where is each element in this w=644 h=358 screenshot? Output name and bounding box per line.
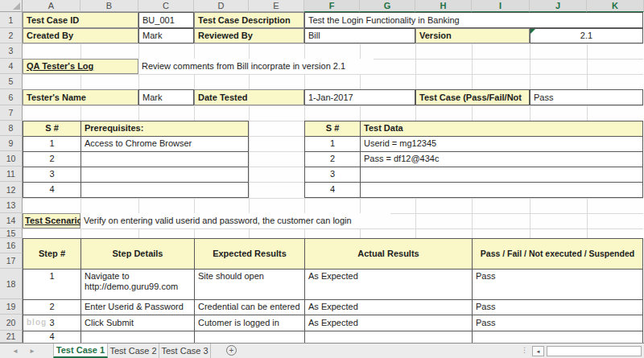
label-test-case-id[interactable]: Test Case ID xyxy=(23,12,138,28)
step-row-num[interactable]: 4 xyxy=(23,331,81,344)
step-row-details[interactable]: Navigate to http://demo.guru99.com xyxy=(81,270,195,300)
test-data-title[interactable]: Test Data xyxy=(361,121,643,137)
steps-header-actual-results[interactable]: Actual Results xyxy=(305,239,473,270)
sheet-tab-test-case-3[interactable]: Test Case 3 xyxy=(159,344,211,358)
prerequisite-row-text[interactable] xyxy=(81,167,249,183)
step-row-expected[interactable]: Cutomer is logged in xyxy=(195,315,305,331)
row-header-5[interactable]: 5 xyxy=(0,74,23,89)
label-test-case-description[interactable]: Test Case Description xyxy=(194,12,304,28)
label-test-case-status[interactable]: Test Case (Pass/Fail/Not xyxy=(415,89,530,105)
value-version[interactable]: 2.1 xyxy=(530,28,643,43)
column-header-b[interactable]: B xyxy=(80,0,138,12)
row-header-6[interactable]: 6 xyxy=(0,89,23,105)
label-test-scenario[interactable]: Test Scenario xyxy=(23,213,80,228)
value-reviewed-by[interactable]: Bill xyxy=(304,28,415,43)
step-row-actual[interactable]: As Expected xyxy=(305,315,473,331)
step-row-actual[interactable] xyxy=(305,331,473,344)
row-header-11[interactable]: 11 xyxy=(0,167,23,182)
test-data-row-text[interactable] xyxy=(361,183,643,198)
column-header-a[interactable]: A xyxy=(23,0,80,12)
row-header-15[interactable]: 15 xyxy=(0,228,23,238)
grip-dots-icon[interactable]: ⋮ xyxy=(521,347,528,354)
scroll-left-icon[interactable]: ◄ xyxy=(532,346,544,356)
column-header-k[interactable]: K xyxy=(587,0,644,12)
step-row-details[interactable]: Enter Userid & Password xyxy=(81,300,195,315)
column-header-i[interactable]: I xyxy=(472,0,530,12)
test-data-row-sn[interactable]: 4 xyxy=(305,183,361,198)
step-row-status[interactable] xyxy=(473,331,643,344)
row-header-13[interactable]: 13 xyxy=(0,198,23,213)
label-reviewed-by[interactable]: Reviewed By xyxy=(194,28,304,43)
value-test-case-status[interactable]: Pass xyxy=(530,89,643,105)
sheet-tab-test-case-2[interactable]: Test Case 2 xyxy=(108,344,159,358)
test-data-row-text[interactable]: Userid = mg12345 xyxy=(361,137,643,152)
prerequisite-row-text[interactable]: Access to Chrome Browser xyxy=(81,137,249,152)
prev-sheet-icon[interactable]: ◄ xyxy=(10,344,21,358)
row-header-2[interactable]: 2 xyxy=(0,28,23,43)
row-header-9[interactable]: 9 xyxy=(0,136,23,151)
prerequisite-row-sn[interactable]: 1 xyxy=(23,137,81,152)
row-header-7[interactable]: 7 xyxy=(0,105,23,121)
test-data-row-sn[interactable]: 3 xyxy=(305,167,361,183)
test-data-row-text[interactable]: Pass = df12@434c xyxy=(361,152,643,167)
prerequisites-sn-header[interactable]: S # xyxy=(23,121,81,137)
steps-header-expected-results[interactable]: Expected Results xyxy=(195,239,305,270)
label-date-tested[interactable]: Date Tested xyxy=(194,89,304,105)
step-row-details[interactable]: Click Submit xyxy=(81,315,195,331)
column-header-c[interactable]: C xyxy=(138,0,194,12)
sheet-tab-test-case-1[interactable]: Test Case 1 xyxy=(53,344,108,358)
step-row-status[interactable]: Pass xyxy=(473,300,643,315)
steps-header-step-details[interactable]: Step Details xyxy=(81,239,195,270)
row-header-1[interactable]: 1 xyxy=(0,12,23,28)
value-testers-name[interactable]: Mark xyxy=(138,89,194,105)
step-row-expected[interactable]: Site should open xyxy=(195,270,305,300)
row-header-3[interactable]: 3 xyxy=(0,43,23,59)
step-row-expected[interactable]: Credential can be entered xyxy=(195,300,305,315)
column-header-j[interactable]: J xyxy=(530,0,587,12)
step-row-num[interactable]: 1 xyxy=(23,270,81,300)
select-all-corner[interactable] xyxy=(0,0,23,12)
steps-header-step-num[interactable]: Step # xyxy=(23,239,81,270)
column-header-e[interactable]: E xyxy=(249,0,304,12)
value-created-by[interactable]: Mark xyxy=(138,28,194,43)
step-row-actual[interactable]: As Expected xyxy=(305,270,473,300)
step-row-status[interactable]: Pass xyxy=(473,270,643,300)
prerequisite-row-sn[interactable]: 3 xyxy=(23,167,81,183)
label-qa-testers-log[interactable]: QA Tester's Log xyxy=(23,59,138,74)
step-row-details[interactable] xyxy=(81,331,195,344)
prerequisite-row-text[interactable] xyxy=(81,183,249,198)
row-header-8[interactable]: 8 xyxy=(0,121,23,136)
row-header-17[interactable]: 17 xyxy=(0,253,23,269)
row-header-18[interactable]: 18 xyxy=(0,269,23,299)
value-test-case-id[interactable]: BU_001 xyxy=(138,12,194,28)
row-header-19[interactable]: 19 xyxy=(0,299,23,315)
row-header-4[interactable]: 4 xyxy=(0,59,23,74)
row-header-21[interactable]: 21 xyxy=(0,331,23,343)
steps-header-pass-fail[interactable]: Pass / Fail / Not executed / Suspended xyxy=(473,239,643,270)
row-header-14[interactable]: 14 xyxy=(0,213,23,228)
row-header-16[interactable]: 16 xyxy=(0,238,23,253)
add-sheet-icon[interactable]: + xyxy=(226,345,237,356)
test-data-row-text[interactable] xyxy=(361,167,643,183)
row-header-20[interactable]: 20 xyxy=(0,315,23,331)
label-created-by[interactable]: Created By xyxy=(23,28,138,43)
prerequisite-row-sn[interactable]: 2 xyxy=(23,152,81,167)
value-test-scenario[interactable]: Verify on entering valid userid and pass… xyxy=(80,213,390,228)
row-header-10[interactable]: 10 xyxy=(0,151,23,167)
test-data-sn-header[interactable]: S # xyxy=(305,121,361,137)
next-sheet-icon[interactable]: ► xyxy=(27,344,38,358)
step-row-actual[interactable]: As Expected xyxy=(305,300,473,315)
label-testers-name[interactable]: Tester's Name xyxy=(23,89,138,105)
value-date-tested[interactable]: 1-Jan-2017 xyxy=(304,89,415,105)
label-version[interactable]: Version xyxy=(415,28,530,43)
step-row-expected[interactable] xyxy=(195,331,305,344)
row-header-12[interactable]: 12 xyxy=(0,182,23,198)
column-header-h[interactable]: H xyxy=(415,0,472,12)
test-data-row-sn[interactable]: 1 xyxy=(305,137,361,152)
prerequisite-row-text[interactable] xyxy=(81,152,249,167)
prerequisite-row-sn[interactable]: 4 xyxy=(23,183,81,198)
prerequisites-title[interactable]: Prerequisites: xyxy=(81,121,249,137)
step-row-status[interactable]: Pass xyxy=(473,315,643,331)
horizontal-scrollbar[interactable] xyxy=(547,346,642,356)
test-data-row-sn[interactable]: 2 xyxy=(305,152,361,167)
